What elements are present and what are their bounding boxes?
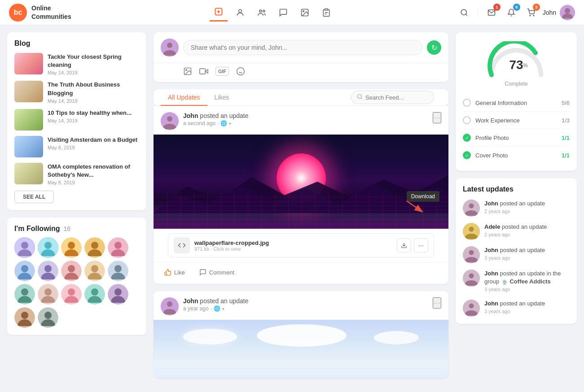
blog-thumb-5 [14,163,43,184]
following-avatar[interactable] [38,261,58,281]
cart-btn[interactable]: 3 [523,4,539,21]
synthwave-image: Download [154,135,448,229]
svg-point-77 [469,250,474,255]
download-btn[interactable] [397,238,411,253]
latest-updates-card: Latest updates John posted an update 2 y… [456,178,577,324]
ci-label-general: General Information [475,100,557,106]
blog-item[interactable]: OMA completes renovation of Sotheby's Ne… [14,163,139,185]
svg-point-75 [469,227,474,232]
notifications-btn[interactable]: 8 [503,4,519,21]
composer-avatar [161,39,179,57]
blog-title-2: The Truth About Business Blogging [48,81,139,97]
update-item-2[interactable]: Adele posted an update 2 years ago [463,223,570,240]
post-more-btn-2[interactable]: ··· [433,297,441,309]
user-info[interactable]: John [543,5,575,20]
following-avatar[interactable] [38,307,58,328]
post-privacy-dropdown-1[interactable]: ▾ [229,121,231,126]
attachment-more-btn[interactable]: ··· [414,238,428,253]
tab-all-updates[interactable]: All Updates [161,89,207,105]
following-avatar[interactable] [14,307,35,328]
gif-btn[interactable]: GIF [215,67,229,76]
following-avatar[interactable] [108,261,128,281]
svg-point-14 [533,15,534,16]
like-btn-1[interactable]: Like [161,267,189,278]
following-avatar[interactable] [108,237,128,258]
blog-item[interactable]: The Truth About Business Blogging May 14… [14,81,139,103]
post-more-btn-1[interactable]: ··· [433,112,441,123]
update-item-4[interactable]: John posted an update in the group 🍵 Cof… [463,270,570,293]
post-author-2: John [183,297,198,305]
following-avatar[interactable] [38,237,58,258]
logo[interactable]: bc Online Communities [9,4,71,22]
blog-card: Blog Tackle Your closest Spring cleaning… [7,32,146,210]
following-avatar[interactable] [61,284,82,305]
svg-point-13 [530,15,531,16]
update-item-1[interactable]: John posted an update 2 years ago [463,200,570,217]
header-actions: 1 8 3 John [456,4,575,21]
post-card-1: John posted an update a second ago · 🌐 ▾… [154,106,448,284]
completion-label: Complete [463,81,570,87]
see-all-button[interactable]: SEE ALL [14,191,54,203]
post-meta-2: John posted an update a year ago · 🌐 ▾ [183,297,433,312]
following-avatar[interactable] [61,261,82,281]
tab-likes[interactable]: Likes [207,89,237,105]
refresh-btn[interactable]: ↻ [427,40,441,55]
photo-upload-btn[interactable] [183,67,192,76]
following-avatar[interactable] [14,261,35,281]
update-text-1: John posted an update 2 years ago [484,200,570,215]
following-avatar[interactable] [14,284,35,305]
update-item-3[interactable]: John posted an update 3 years ago [463,246,570,263]
blog-title-3: 10 Tips to stay healthy when... [48,109,139,117]
blog-item[interactable]: Tackle Your closest Spring cleaning May … [14,53,139,75]
update-avatar-2 [463,223,480,240]
feed-search-wrap [351,91,441,104]
nav-profile-btn[interactable] [231,4,249,22]
logo-icon: bc [9,4,27,22]
svg-point-34 [91,265,98,272]
svg-point-46 [114,288,122,296]
nav-add-btn[interactable] [210,4,228,22]
blog-item[interactable]: 10 Tips to stay healthy when... May 14, … [14,109,139,131]
comment-btn-1[interactable]: Comment [196,267,238,278]
search-btn[interactable] [456,4,472,21]
nav-clipboard-btn[interactable] [317,4,335,22]
download-arrow-indicator [404,199,427,214]
messages-btn[interactable]: 1 [483,4,500,21]
svg-point-11 [461,9,466,15]
post-privacy-dropdown-2[interactable]: ▾ [222,306,224,311]
composer-input[interactable] [183,40,422,55]
completion-items: General Information 5/6 Work Experience … [463,94,570,164]
feed-search-input[interactable] [365,94,428,101]
nav-gallery-btn[interactable] [296,4,314,22]
following-avatar[interactable] [84,237,105,258]
nav-people-btn[interactable] [253,4,271,22]
post-privacy-2: 🌐 [214,305,220,312]
following-avatar[interactable] [108,284,128,305]
svg-text:%: % [523,62,528,69]
main-nav [89,4,456,22]
nav-chat-btn[interactable] [274,4,292,22]
update-item-5[interactable]: John posted an update 3 years ago [463,300,570,317]
following-avatar[interactable] [14,237,35,258]
completion-text: Complete [463,81,570,87]
following-avatar[interactable] [61,237,82,258]
following-avatar[interactable] [84,261,105,281]
ci-radio-general [463,99,471,107]
attachment-wrap: wallpaperflare-cropped.jpg 971 kb · Clic… [154,229,448,257]
update-avatar-4 [463,270,480,287]
update-text-4: John posted an update in the group 🍵 Cof… [484,270,570,293]
update-avatar-3 [463,246,480,263]
page-layout: Blog Tackle Your closest Spring cleaning… [0,25,584,392]
svg-point-7 [303,10,304,11]
feed-tabs-container: All Updates Likes [154,89,448,106]
following-avatar[interactable] [38,284,58,305]
following-avatar[interactable] [84,284,105,305]
completion-item-work: Work Experience 1/3 [463,112,570,129]
svg-point-16 [565,8,570,13]
blog-item[interactable]: Visiting Amsterdam on a Budget May 8, 20… [14,136,139,157]
blog-thumb-2 [14,81,43,102]
video-upload-btn[interactable] [199,67,208,76]
blog-title-1: Tackle Your closest Spring cleaning [48,53,139,69]
left-sidebar: Blog Tackle Your closest Spring cleaning… [7,32,146,385]
emoji-btn[interactable] [236,67,245,76]
